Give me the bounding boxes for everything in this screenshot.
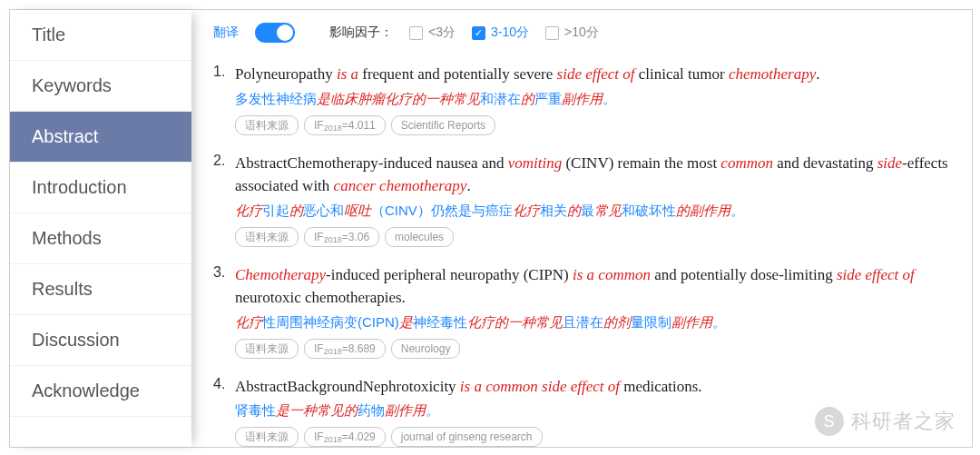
journal-tag[interactable]: journal of ginseng research — [391, 427, 543, 447]
translate-toggle[interactable] — [255, 23, 295, 43]
journal-tag[interactable]: molecules — [385, 227, 454, 247]
sidebar-item-label: Results — [32, 279, 93, 300]
sidebar-item-label: Abstract — [32, 126, 98, 147]
source-tag[interactable]: 语料来源 — [235, 427, 299, 447]
entry-number: 3. — [213, 263, 235, 359]
entry-sentence: AbstractChemotherapy-induced nausea and … — [235, 152, 950, 198]
sidebar-item-acknowledge[interactable]: Acknowledge — [10, 366, 191, 417]
entry-translation: 化疗引起的恶心和呕吐（CINV）仍然是与癌症化疗相关的最常见和破坏性的副作用。 — [235, 200, 950, 222]
if-tag[interactable]: IF2018=3.06 — [304, 227, 379, 247]
entry-body: Polyneuropathy is a frequent and potenti… — [235, 63, 950, 135]
if-tag[interactable]: IF2018=4.011 — [304, 115, 386, 135]
entry-number: 4. — [213, 375, 235, 448]
entry-number: 2. — [213, 152, 235, 247]
if-tag[interactable]: IF2018=4.029 — [304, 427, 386, 447]
impact-factor-label: 影响因子： — [329, 25, 393, 41]
entry-tags: 语料来源 IF2018=8.689 Neurology — [235, 339, 950, 359]
app-frame: Title Keywords Abstract Introduction Met… — [9, 9, 973, 448]
sidebar-item-keywords[interactable]: Keywords — [10, 61, 191, 112]
sidebar-item-abstract[interactable]: Abstract — [10, 112, 191, 163]
sidebar-item-discussion[interactable]: Discussion — [10, 315, 191, 366]
sidebar-item-label: Keywords — [32, 75, 112, 96]
journal-tag[interactable]: Scientific Reports — [391, 115, 495, 135]
result-entry: 3. Chemotherapy-induced peripheral neuro… — [213, 263, 950, 359]
if-option-gt10[interactable]: >10分 — [545, 25, 599, 41]
filter-bar: 翻译 影响因子： <3分 3-10分 >10分 — [213, 23, 950, 43]
entry-tags: 语料来源 IF2018=3.06 molecules — [235, 227, 950, 247]
entry-translation: 多发性神经病是临床肿瘤化疗的一种常见和潜在的严重副作用。 — [235, 88, 950, 110]
translate-label: 翻译 — [213, 25, 239, 41]
checkbox-icon — [472, 26, 485, 40]
entry-number: 1. — [213, 63, 235, 135]
sidebar-item-label: Introduction — [32, 177, 127, 198]
entry-sentence: AbstractBackgroundNephrotoxicity is a co… — [235, 375, 950, 399]
source-tag[interactable]: 语料来源 — [235, 227, 299, 247]
entry-sentence: Chemotherapy-induced peripheral neuropat… — [235, 263, 950, 310]
sidebar-item-results[interactable]: Results — [10, 264, 191, 315]
sidebar-item-title[interactable]: Title — [10, 10, 191, 61]
source-tag[interactable]: 语料来源 — [235, 339, 299, 359]
entry-body: AbstractChemotherapy-induced nausea and … — [235, 152, 950, 247]
sidebar-item-label: Title — [32, 25, 65, 45]
sidebar-item-label: Discussion — [32, 330, 120, 351]
sidebar-item-methods[interactable]: Methods — [10, 213, 191, 264]
result-list: 1. Polyneuropathy is a frequent and pote… — [213, 63, 950, 447]
entry-tags: 语料来源 IF2018=4.011 Scientific Reports — [235, 115, 950, 135]
entry-translation: 化疗性周围神经病变(CIPN)是神经毒性化疗的一种常见且潜在的剂量限制副作用。 — [235, 312, 950, 333]
checkbox-icon — [409, 26, 423, 40]
entry-body: Chemotherapy-induced peripheral neuropat… — [235, 263, 950, 359]
result-entry: 1. Polyneuropathy is a frequent and pote… — [213, 63, 950, 135]
wechat-icon: S — [815, 407, 844, 436]
watermark: S 科研者之家 — [815, 407, 956, 436]
source-tag[interactable]: 语料来源 — [235, 115, 299, 135]
if-option-label: 3-10分 — [491, 25, 529, 41]
if-option-3to10[interactable]: 3-10分 — [472, 25, 529, 41]
checkbox-icon — [545, 26, 559, 40]
entry-sentence: Polyneuropathy is a frequent and potenti… — [235, 63, 950, 86]
if-option-label: <3分 — [428, 25, 456, 41]
result-entry: 2. AbstractChemotherapy-induced nausea a… — [213, 152, 950, 247]
watermark-text: 科研者之家 — [851, 408, 956, 435]
journal-tag[interactable]: Neurology — [391, 339, 461, 359]
sidebar: Title Keywords Abstract Introduction Met… — [10, 10, 191, 447]
if-option-lt3[interactable]: <3分 — [409, 25, 456, 41]
main-panel: 翻译 影响因子： <3分 3-10分 >10分 1. Polyneuropath… — [191, 10, 972, 447]
if-tag[interactable]: IF2018=8.689 — [304, 339, 386, 359]
sidebar-item-label: Methods — [32, 228, 102, 249]
sidebar-item-label: Acknowledge — [32, 381, 140, 401]
sidebar-item-introduction[interactable]: Introduction — [10, 163, 191, 213]
if-option-label: >10分 — [564, 25, 599, 41]
